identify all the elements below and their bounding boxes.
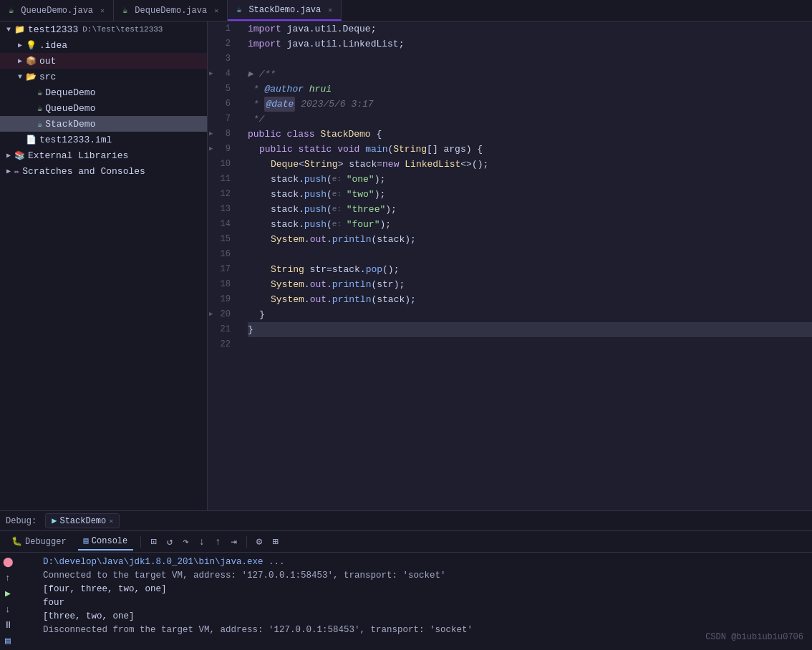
sidebar: ▼ 📁 test12333 D:\Test\test12333 ▶ 💡 .ide… xyxy=(0,21,208,510)
tab-stackdemo[interactable]: ☕ StackDemo.java ✕ xyxy=(228,0,342,21)
code-line-5: * @author hrui xyxy=(248,82,812,97)
sidebar-label-test12333: test12333 xyxy=(28,24,78,35)
tab-console-label: Console xyxy=(92,536,127,546)
debug-session-close[interactable]: ✕ xyxy=(109,517,113,525)
toolbar-sep-2 xyxy=(246,536,247,548)
tab-debugger[interactable]: 🐛 Debugger xyxy=(6,533,72,550)
toolbar-btn-step-over[interactable]: ↷ xyxy=(180,534,190,549)
sidebar-item-idea[interactable]: ▶ 💡 .idea xyxy=(0,37,207,53)
toolbar-btn-run-cursor[interactable]: ⇥ xyxy=(228,534,238,549)
arrow-src: ▼ xyxy=(14,73,26,81)
tab-dequedemo[interactable]: ☕ DequeDemo.java ✕ xyxy=(114,0,228,21)
sidebar-label-dequedemo: DequeDemo xyxy=(45,87,95,98)
ln-19: 19 xyxy=(208,292,236,307)
debug-session-icon: ▶ xyxy=(52,515,57,526)
code-line-16 xyxy=(248,247,812,262)
ext-lib-icon: 📚 xyxy=(14,150,25,161)
arrow-idea: ▶ xyxy=(14,41,26,49)
ln-10: 10 xyxy=(208,157,236,172)
editor-area: 1 2 3 ▶4 5 6 7 ▶8 ▶9 10 11 12 13 14 15 1… xyxy=(208,21,812,510)
tab-stackdemo-label: StackDemo.java xyxy=(248,5,321,15)
iml-icon: 📄 xyxy=(26,135,37,145)
toolbar-btn-step-into[interactable]: ↓ xyxy=(197,535,207,549)
sidebar-label-stackdemo: StackDemo xyxy=(45,119,95,130)
sidebar-item-scratches[interactable]: ▶ ✏️ Scratches and Consoles xyxy=(0,163,207,179)
tab-debugger-label: Debugger xyxy=(25,537,67,547)
sidebar-item-queuedemo[interactable]: ☕ QueueDemo xyxy=(0,100,207,116)
sidebar-item-external-libs[interactable]: ▶ 📚 External Libraries xyxy=(0,147,207,163)
sidebar-item-dequedemo[interactable]: ☕ DequeDemo xyxy=(0,84,207,100)
ln-5: 5 xyxy=(208,82,236,97)
tab-queuedemo-label: QueueDemo.java xyxy=(21,6,93,16)
ln-3: 3 xyxy=(208,52,236,67)
tab-queuedemo[interactable]: ☕ QueueDemo.java ✕ xyxy=(0,0,114,21)
console-line-5: [three, two, one] xyxy=(43,610,806,624)
sidebar-item-stackdemo[interactable]: ☕ StackDemo xyxy=(0,116,207,132)
ln-9: ▶9 xyxy=(208,142,236,157)
console-toolbar: 🐛 Debugger ▤ Console ⊡ ↺ ↷ ↓ ↑ ⇥ ⚙ ⊞ xyxy=(0,531,812,553)
arrow-test12333: ▼ xyxy=(3,26,14,34)
debug-tab-bar: Debug: ▶ StackDemo ✕ xyxy=(0,511,812,531)
code-line-1: import java.util.Deque; xyxy=(248,21,812,37)
code-lines[interactable]: import java.util.Deque; import java.util… xyxy=(242,21,812,510)
sidebar-label-out: out xyxy=(39,56,56,67)
toolbar-btn-rerun[interactable]: ↺ xyxy=(165,534,175,549)
console-output[interactable]: D:\develop\Java\jdk1.8.0_201\bin\java.ex… xyxy=(0,553,812,650)
java-d-icon: ☕ xyxy=(122,5,127,16)
ln-22: 22 xyxy=(208,337,236,352)
tab-dequedemo-label: DequeDemo.java xyxy=(135,6,207,16)
code-line-14: stack.push(e: "four"); xyxy=(248,217,812,232)
ln-4: ▶4 xyxy=(208,67,236,82)
toolbar-btn-step-out[interactable]: ↑ xyxy=(213,535,223,549)
stackdemo-icon: ☕ xyxy=(37,119,42,130)
console-line-1: D:\develop\Java\jdk1.8.0_201\bin\java.ex… xyxy=(43,556,806,569)
folder-icon-test12333: 📁 xyxy=(14,24,25,35)
tab-dequedemo-close[interactable]: ✕ xyxy=(214,6,218,15)
debug-session-tab[interactable]: ▶ StackDemo ✕ xyxy=(45,513,120,528)
arrow-out: ▶ xyxy=(14,57,26,65)
tab-queuedemo-close[interactable]: ✕ xyxy=(100,6,105,15)
ln-12: 12 xyxy=(208,187,236,202)
code-line-20: } xyxy=(248,307,812,322)
toolbar-btn-settings[interactable]: ⚙ xyxy=(254,534,264,549)
ln-6: 6 xyxy=(208,97,236,112)
java-s-icon: ☕ xyxy=(236,4,241,15)
sidebar-label-queuedemo: QueueDemo xyxy=(45,103,95,114)
ln-18: 18 xyxy=(208,277,236,292)
toolbar-btn-layout[interactable]: ⊞ xyxy=(270,534,280,549)
console-line-4: four xyxy=(43,596,806,610)
sidebar-label-src: src xyxy=(39,72,56,82)
code-line-6: * @date 2023/5/6 3:17 xyxy=(248,97,812,112)
code-line-4: ▶ /** xyxy=(248,67,812,82)
dequedemo-icon: ☕ xyxy=(37,87,42,98)
console-line-3: [four, three, two, one] xyxy=(43,583,806,596)
tab-bar: ☕ QueueDemo.java ✕ ☕ DequeDemo.java ✕ ☕ … xyxy=(0,0,812,21)
tab-console[interactable]: ▤ Console xyxy=(78,533,134,550)
sidebar-item-out[interactable]: ▶ 📦 out xyxy=(0,53,207,69)
console-line-6: Disconnected from the target VM, address… xyxy=(43,624,806,637)
code-content[interactable]: 1 2 3 ▶4 5 6 7 ▶8 ▶9 10 11 12 13 14 15 1… xyxy=(208,21,812,510)
code-line-17: String str=stack.pop(); xyxy=(248,262,812,277)
ln-2: 2 xyxy=(208,37,236,52)
ln-1: 1 xyxy=(208,21,236,37)
tab-stackdemo-close[interactable]: ✕ xyxy=(328,6,332,14)
line-numbers: 1 2 3 ▶4 5 6 7 ▶8 ▶9 10 11 12 13 14 15 1… xyxy=(208,21,242,510)
debug-label: Debug: xyxy=(6,516,37,526)
ln-8: ▶8 xyxy=(208,127,236,142)
code-line-9: public static void main(String[] args) { xyxy=(248,142,812,157)
main-area: ▼ 📁 test12333 D:\Test\test12333 ▶ 💡 .ide… xyxy=(0,21,812,510)
sidebar-item-test12333[interactable]: ▼ 📁 test12333 D:\Test\test12333 xyxy=(0,21,207,37)
ln-21: 21 xyxy=(208,322,236,337)
sidebar-item-src[interactable]: ▼ 📂 src xyxy=(0,69,207,84)
code-line-19: System.out.println(stack); xyxy=(248,292,812,307)
arrow-external-libs: ▶ xyxy=(3,151,14,160)
sidebar-item-iml[interactable]: 📄 test12333.iml xyxy=(0,132,207,147)
code-line-3 xyxy=(248,52,812,67)
toolbar-btn-screen[interactable]: ⊡ xyxy=(148,534,158,549)
console-icon: ▤ xyxy=(84,535,89,546)
path-label: D:\Test\test12333 xyxy=(82,25,163,34)
bottom-panel: Debug: ▶ StackDemo ✕ 🐛 Debugger ▤ Consol… xyxy=(0,510,812,650)
debugger-icon: 🐛 xyxy=(11,536,22,547)
ln-17: 17 xyxy=(208,262,236,277)
toolbar-sep-1 xyxy=(140,536,141,548)
